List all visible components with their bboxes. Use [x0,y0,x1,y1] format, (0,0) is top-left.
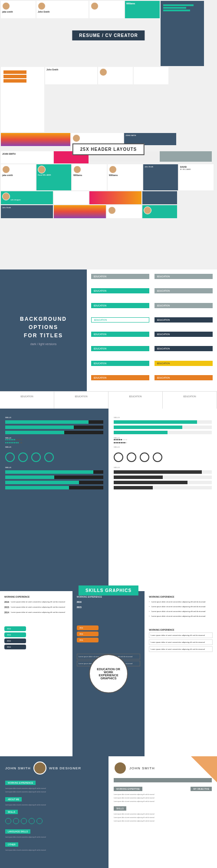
card-name: M. WILLIAMS [180,168,212,170]
skill-circle [5,818,11,824]
body-text: Lorem ipsum dolor sit amet consectetur a… [114,797,212,799]
header-thumb: John Smith [36,1,89,18]
avatar [144,206,151,214]
title-style: EDUCATION [155,317,213,323]
header-thumb [54,205,106,218]
resume-name: JOHN SMITH [129,766,155,770]
skill-circle [153,452,162,462]
exp-box: Lorem ipsum dolor sit amet consectetur a… [149,646,213,652]
title-style: EDUCATION [155,332,213,337]
skill-circle [127,452,136,462]
skill-bar [114,481,212,484]
lorem: Lorem ipsum dolor sit amet consectetur a… [151,601,206,603]
exp-box: Lorem ipsum dolor sit amet consectetur a… [149,639,213,645]
exp-col-light: WORKING EXPERIENCE 2016Lorem ipsum dolor… [0,591,72,756]
title-style: EDUCATION [91,317,149,323]
skill-bar [5,470,103,474]
timeline-item: 2015Lorem ipsum dolor sit amet consectet… [4,606,68,609]
skill-circle [36,818,43,824]
body-text: Lorem ipsum dolor sit amet consectetur a… [114,817,212,819]
header-thumb [89,191,141,204]
header-thumb: David WILLIAMS [36,164,71,190]
skill-bar [5,431,103,434]
skill-bar [5,426,103,429]
avatar [108,206,116,214]
tab: EDUCATION [0,392,54,409]
avatar [109,166,117,173]
body-text: Lorem ipsum dolor sit amet consectetur a… [5,804,103,806]
resume-name: JOHN SMITH [5,766,31,770]
avatar [2,166,10,173]
body-text: Lorem ipsum dolor sit amet consectetur a… [5,788,103,790]
section-title: SKILLS [114,806,126,811]
year: 2015 [4,606,9,609]
skills-dark: SKILLS SKILLS SKILLS SKILLS [0,409,108,591]
tab: EDUCATION [163,392,217,409]
lorem: Lorem ipsum dolor sit amet consectetur a… [151,615,206,617]
year-bubble: 2014 [77,625,99,630]
avatar [72,134,80,142]
timeline-item: • Lorem ipsum dolor sit amet consectetur… [149,605,213,608]
tab: EDUCATION [108,392,163,409]
avatar [38,2,46,10]
year-bubble: 2014 [77,632,99,636]
timeline-item: 2016 [77,601,141,603]
skills-label: SKILLS [114,466,212,469]
avatar [99,68,107,76]
header-thumb [142,205,177,218]
header-thumb [107,205,141,218]
section-title: OTHER [5,842,18,847]
timeline-item: 2016Lorem ipsum dolor sit amet consectet… [4,601,68,603]
skill-circles [5,452,103,462]
year: 2014 [4,611,9,614]
year: 2015 [77,606,82,609]
title-style: EDUCATION [155,361,213,366]
title-style: EDUCATION [91,361,149,366]
exp-heading: WORKING EXPERIENCE [149,629,213,631]
resume-light: JOHN SMITH WORKING EXPERTISE MY OBJECTIV… [108,756,217,868]
skill-bar [5,486,103,489]
headers-badge: 25X HEADER LAYOUTS [72,143,145,155]
lorem: Lorem ipsum dolor sit amet consectetur a… [11,601,65,603]
card-name: jake smith [2,10,34,13]
skill-circle [21,818,27,824]
title-style: EDUCATION [91,346,149,351]
year-bubble: 2014 [4,639,26,643]
card-name: David WILLIAMS [38,174,70,176]
resume-preview-dark [161,1,204,66]
skill-circle [31,452,41,462]
skill-circle [44,452,54,462]
header-thumb: jake smith [1,1,36,18]
skill-dots [114,442,212,443]
timeline-item: 2015 [77,606,141,609]
titles-intro: BACKGROUND OPTIONS FOR TITLES dark / lig… [0,269,87,391]
section-title: MY OBJECTIVE [191,787,212,791]
role-label: web designer [10,199,21,201]
card-name: Williams [126,2,158,5]
year-bubble: 2014 [4,632,26,637]
header-thumb: John Smith [1,205,53,218]
skills-light: SKILLS SKILLS SKILLS SKILLS [108,409,217,591]
section-title: SKILLS [5,810,18,814]
body-text: Lorem ipsum dolor sit amet consectetur a… [114,801,212,803]
lorem: Lorem ipsum dolor sit amet consectetur a… [11,606,65,609]
section-title: WORKING EXPERTISE [114,787,142,791]
skills-label: SKILLS [5,466,103,469]
skill-circle [140,452,149,462]
avatar [114,762,127,775]
skills-section: SKILLS SKILLS SKILLS SKILLS SKILLS SKILL… [0,409,217,591]
avatar [38,166,46,173]
header-thumb [89,1,124,18]
card-name: John Smith [2,206,52,209]
lorem: Lorem ipsum dolor sit amet consectetur a… [11,611,65,614]
year-bubble: 2014 [77,638,99,642]
year-bubble: 2014 [4,645,26,649]
lorem: Lorem ipsum dolor sit amet consectetur a… [151,610,206,612]
skill-dots [5,442,103,443]
resume-header: JOHN SMITH WEB DESIGNER [5,762,103,775]
avatar [2,193,10,200]
card-name: JOHN SMITH [2,153,52,155]
avatar [91,2,99,10]
headers-section: jake smith John Smith Williams John Smit… [0,0,217,269]
experience-section: WORKING EXPERIENCE 2016Lorem ipsum dolor… [0,591,217,756]
